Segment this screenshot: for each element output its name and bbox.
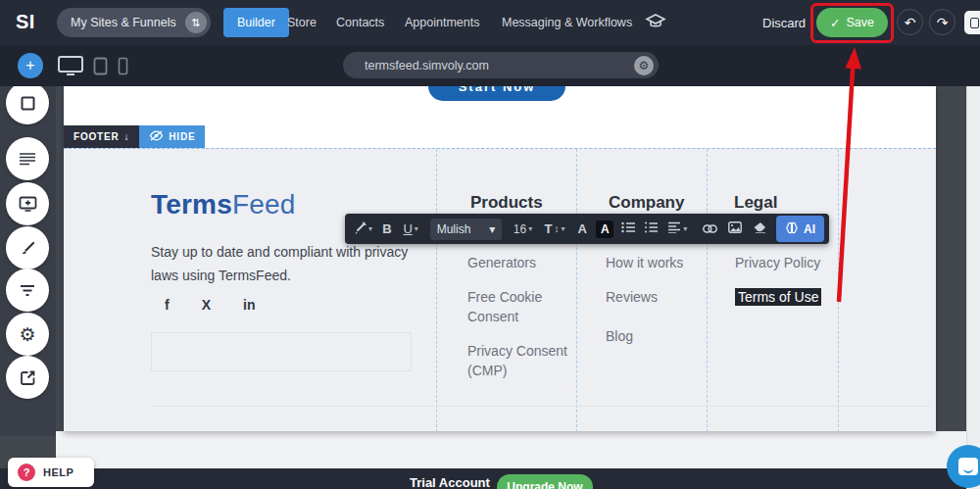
- filter-tool-button[interactable]: [6, 269, 49, 312]
- monitor-plus-icon: [19, 196, 37, 212]
- top-bar: SI My Sites & Funnels ⇅ Builder Store Co…: [0, 0, 980, 45]
- font-family-select[interactable]: Mulish ▾: [430, 219, 502, 240]
- link-icon: [703, 221, 717, 236]
- column-guide: [436, 149, 437, 432]
- sections-tool-button[interactable]: [6, 137, 49, 180]
- text-case-button[interactable]: T↕ ▾: [538, 214, 571, 244]
- text-color-button[interactable]: A: [571, 214, 594, 244]
- upgrade-now-button[interactable]: Upgrade Now: [497, 474, 593, 489]
- popups-tool-button[interactable]: [6, 182, 49, 225]
- undo-icon: ↶: [905, 15, 916, 30]
- trial-account-label: Trial Account: [410, 475, 490, 489]
- vertical-scrollbar[interactable]: ▲: [966, 71, 980, 489]
- status-bar: Trial Account Upgrade Now: [0, 468, 980, 489]
- text-styles-button[interactable]: ▾: [350, 214, 376, 244]
- link-button[interactable]: [696, 214, 722, 244]
- question-mark-icon: ?: [18, 464, 35, 481]
- tab-contacts[interactable]: Contacts: [336, 0, 384, 45]
- learn-graduation-cap-icon[interactable]: [645, 13, 666, 34]
- magic-wand-icon: [354, 221, 367, 237]
- discard-button[interactable]: Discard: [762, 0, 806, 45]
- footer-link-blog[interactable]: Blog: [606, 326, 715, 346]
- footer-link-free-cookie-consent[interactable]: Free Cookie Consent: [467, 287, 577, 327]
- check-icon: ✓: [830, 16, 840, 30]
- linkedin-icon[interactable]: in: [243, 297, 255, 313]
- clear-format-button[interactable]: [748, 214, 772, 244]
- chat-smile-icon: [958, 458, 978, 475]
- plus-icon: +: [25, 57, 34, 74]
- termsfeed-logo[interactable]: TermsFeed: [151, 189, 296, 220]
- url-bar[interactable]: termsfeed.simvoly.com ⚙: [343, 52, 659, 78]
- my-sites-funnels-button[interactable]: My Sites & Funnels ⇅: [57, 8, 211, 37]
- footer-link-terms-of-use[interactable]: Terms of Use: [735, 287, 845, 307]
- caret-down-icon: ▾: [368, 224, 372, 233]
- footer-link-generators[interactable]: Generators: [467, 253, 577, 272]
- eraser-icon: [753, 221, 766, 236]
- column-title-company[interactable]: Company: [609, 193, 684, 213]
- bold-button[interactable]: B: [376, 214, 398, 244]
- bullet-list-button[interactable]: [616, 214, 639, 244]
- elements-tool-button[interactable]: [6, 81, 49, 124]
- highlight-color-button[interactable]: A: [594, 214, 616, 244]
- column-title-products[interactable]: Products: [470, 193, 543, 213]
- font-size-select[interactable]: 16 ▾: [508, 214, 538, 244]
- paintbrush-icon: [20, 240, 36, 257]
- column-title-legal[interactable]: Legal: [734, 193, 777, 213]
- rows-icon: [19, 152, 36, 166]
- desktop-view-icon[interactable]: [57, 55, 84, 80]
- align-button[interactable]: ▾: [662, 214, 693, 244]
- updown-arrow-icon: ↕: [554, 223, 559, 234]
- square-shape-icon: [20, 95, 36, 112]
- caret-down-icon: ▾: [683, 224, 687, 233]
- site-url: termsfeed.simvoly.com: [365, 59, 489, 73]
- tab-store[interactable]: Store: [287, 0, 317, 45]
- footer-tagline[interactable]: Stay up to date and compliant with priva…: [151, 241, 414, 287]
- tab-builder[interactable]: Builder: [223, 8, 289, 37]
- footer-link-privacy-policy[interactable]: Privacy Policy: [735, 253, 845, 272]
- numbered-list-icon: [644, 221, 658, 236]
- facebook-icon[interactable]: f: [165, 297, 170, 313]
- footer-section-label[interactable]: FOOTER ↓: [64, 125, 139, 148]
- swap-icon: ⇅: [185, 12, 207, 33]
- redo-icon: ↷: [937, 15, 949, 30]
- footer-empty-element[interactable]: [151, 332, 412, 371]
- tablet-view-icon[interactable]: [93, 57, 108, 79]
- image-button[interactable]: [723, 214, 748, 244]
- design-tool-button[interactable]: [6, 226, 49, 269]
- publish-tool-button[interactable]: [6, 356, 49, 399]
- url-settings-gear-icon[interactable]: ⚙: [634, 56, 654, 75]
- tab-appointments[interactable]: Appointments: [405, 0, 479, 45]
- align-left-icon: [667, 221, 681, 236]
- ai-assistant-button[interactable]: AI: [776, 216, 824, 242]
- help-button[interactable]: ? HELP: [8, 458, 94, 487]
- footer-link-how-it-works[interactable]: How it works: [606, 253, 715, 272]
- selected-text: Terms of Use: [735, 288, 821, 306]
- twitter-x-icon[interactable]: X: [202, 297, 211, 313]
- app-logo: SI: [16, 11, 35, 33]
- undo-button[interactable]: ↶: [897, 9, 923, 35]
- image-icon: [728, 221, 742, 236]
- down-arrow-icon: ↓: [123, 131, 129, 142]
- footer-link-reviews[interactable]: Reviews: [606, 287, 715, 307]
- save-label: Save: [846, 16, 874, 29]
- caret-down-icon: ▾: [415, 224, 418, 233]
- save-button[interactable]: ✓ Save: [816, 8, 888, 37]
- panel-toggle-icon[interactable]: [964, 11, 980, 34]
- add-page-button[interactable]: +: [18, 53, 43, 78]
- caret-down-icon: ▾: [489, 222, 495, 236]
- redo-button[interactable]: ↷: [929, 9, 956, 35]
- mobile-view-icon[interactable]: [118, 57, 128, 79]
- footer-section[interactable]: TermsFeed Stay up to date and compliant …: [64, 148, 936, 431]
- footer-link-privacy-consent-cmp[interactable]: Privacy Consent (CMP): [467, 341, 577, 381]
- hide-section-button[interactable]: HIDE: [139, 125, 205, 148]
- eye-off-icon: [149, 130, 164, 143]
- external-link-icon: [20, 369, 36, 386]
- numbered-list-button[interactable]: [639, 214, 662, 244]
- filter-lines-icon: [19, 284, 36, 297]
- underline-button[interactable]: U ▾: [398, 214, 424, 244]
- settings-tool-button[interactable]: ⚙: [6, 313, 49, 356]
- gear-icon: ⚙: [19, 323, 35, 346]
- caret-down-icon: ▾: [561, 224, 564, 233]
- bullet-list-icon: [621, 221, 635, 236]
- tab-messaging-workflows[interactable]: Messaging & Workflows: [502, 0, 632, 45]
